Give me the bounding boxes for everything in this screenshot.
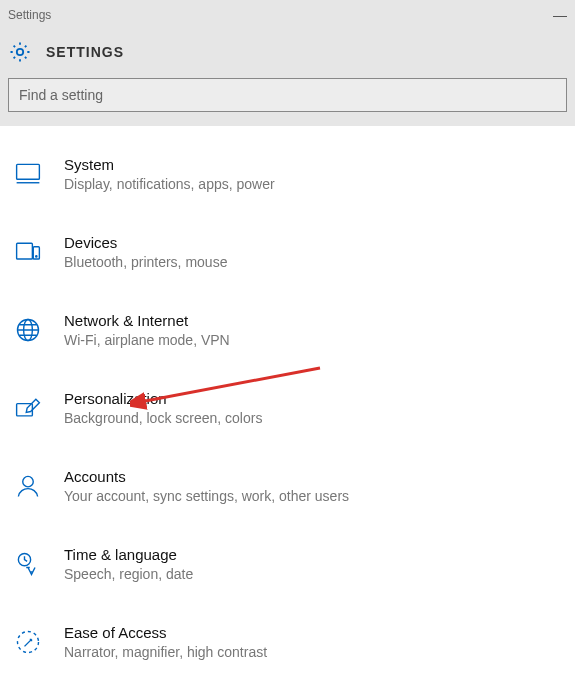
svg-point-0 [17, 49, 23, 55]
settings-list: System Display, notifications, apps, pow… [0, 126, 575, 696]
settings-item-time-language[interactable]: Time & language Speech, region, date [0, 536, 575, 592]
settings-item-ease-of-access[interactable]: Ease of Access Narrator, magnifier, high… [0, 614, 575, 670]
search-input[interactable] [8, 78, 567, 112]
svg-rect-1 [17, 164, 40, 179]
settings-item-privacy[interactable]: Privacy Location, camera [0, 692, 575, 696]
settings-item-accounts[interactable]: Accounts Your account, sync settings, wo… [0, 458, 575, 514]
item-title: Ease of Access [64, 624, 267, 641]
svg-point-8 [23, 476, 34, 487]
item-desc: Speech, region, date [64, 566, 193, 582]
item-title: Network & Internet [64, 312, 230, 329]
item-title: System [64, 156, 275, 173]
titlebar: Settings — [0, 0, 575, 30]
display-icon [12, 158, 44, 190]
item-title: Devices [64, 234, 227, 251]
user-icon [12, 470, 44, 502]
item-title: Time & language [64, 546, 193, 563]
settings-item-system[interactable]: System Display, notifications, apps, pow… [0, 146, 575, 202]
settings-item-network[interactable]: Network & Internet Wi-Fi, airplane mode,… [0, 302, 575, 358]
globe-icon [12, 314, 44, 346]
svg-point-4 [36, 256, 37, 257]
item-desc: Background, lock screen, colors [64, 410, 262, 426]
settings-item-personalization[interactable]: Personalization Background, lock screen,… [0, 380, 575, 436]
item-desc: Wi-Fi, airplane mode, VPN [64, 332, 230, 348]
item-title: Accounts [64, 468, 349, 485]
window-title: Settings [8, 8, 51, 22]
time-language-icon [12, 548, 44, 580]
ease-of-access-icon [12, 626, 44, 658]
svg-rect-2 [17, 243, 33, 259]
item-desc: Narrator, magnifier, high contrast [64, 644, 267, 660]
minimize-button[interactable]: — [553, 7, 567, 23]
page-title: SETTINGS [46, 44, 124, 60]
header: SETTINGS [0, 30, 575, 126]
header-title-row: SETTINGS [8, 40, 567, 64]
gear-icon [8, 40, 32, 64]
devices-icon [12, 236, 44, 268]
item-desc: Your account, sync settings, work, other… [64, 488, 349, 504]
item-desc: Bluetooth, printers, mouse [64, 254, 227, 270]
personalization-icon [12, 392, 44, 424]
item-desc: Display, notifications, apps, power [64, 176, 275, 192]
settings-item-devices[interactable]: Devices Bluetooth, printers, mouse [0, 224, 575, 280]
item-title: Personalization [64, 390, 262, 407]
